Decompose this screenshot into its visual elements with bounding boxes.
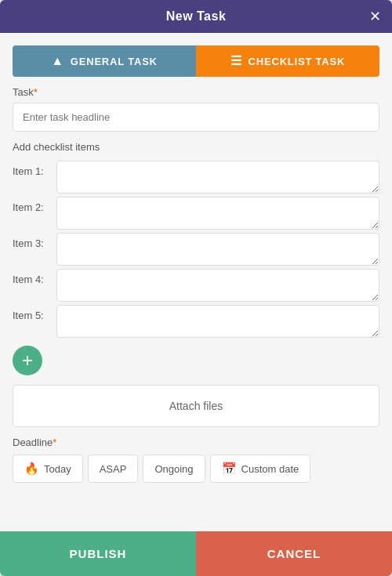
checklist-task-icon: ☰: [230, 55, 242, 67]
modal-title: New Task: [166, 9, 227, 24]
checklist-task-label: CHECKLIST TASK: [249, 56, 346, 67]
task-field-section: Task*: [13, 86, 379, 132]
modal-header: New Task ✕: [0, 0, 392, 33]
close-button[interactable]: ✕: [369, 9, 381, 24]
checklist-item-5-input[interactable]: [56, 305, 379, 338]
general-task-label: GENERAL TASK: [71, 56, 158, 67]
checklist-item-4-input[interactable]: [56, 269, 379, 302]
checklist-item-5: Item 5:: [13, 305, 379, 338]
checklist-item-4-label: Item 4:: [13, 269, 50, 285]
deadline-options: 🔥 Today ASAP Ongoing 📅 Custom date: [13, 455, 379, 483]
checklist-section: Add checklist items Item 1: Item 2: Item…: [13, 141, 379, 375]
deadline-section: Deadline* 🔥 Today ASAP Ongoing 📅 Custom …: [13, 437, 379, 483]
attach-files-button[interactable]: Attach files: [13, 385, 379, 427]
checklist-item-1-input[interactable]: [56, 161, 379, 194]
deadline-ongoing-button[interactable]: Ongoing: [143, 455, 205, 483]
checklist-section-label: Add checklist items: [13, 141, 379, 153]
checklist-item-2-input[interactable]: [56, 197, 379, 230]
publish-button[interactable]: PUBLISH: [0, 531, 196, 576]
checklist-item-1: Item 1:: [13, 161, 379, 194]
task-field-label: Task*: [13, 86, 379, 98]
deadline-asap-button[interactable]: ASAP: [88, 455, 139, 483]
checklist-task-tab[interactable]: ☰ CHECKLIST TASK: [196, 45, 379, 77]
checklist-item-2: Item 2:: [13, 197, 379, 230]
checklist-item-3: Item 3:: [13, 233, 379, 266]
deadline-today-button[interactable]: 🔥 Today: [13, 455, 83, 483]
modal-body: ▲ GENERAL TASK ☰ CHECKLIST TASK Task* Ad…: [0, 33, 392, 531]
checklist-item-1-label: Item 1:: [13, 161, 50, 177]
deadline-custom-button[interactable]: 📅 Custom date: [210, 455, 311, 483]
task-headline-input[interactable]: [13, 103, 379, 132]
tab-row: ▲ GENERAL TASK ☰ CHECKLIST TASK: [13, 45, 379, 77]
checklist-item-3-input[interactable]: [56, 233, 379, 266]
checklist-item-5-label: Item 5:: [13, 305, 50, 321]
general-task-icon: ▲: [51, 55, 64, 67]
deadline-label: Deadline*: [13, 437, 379, 448]
checklist-item-2-label: Item 2:: [13, 197, 50, 213]
fire-icon: 🔥: [24, 462, 39, 476]
add-checklist-item-button[interactable]: +: [13, 346, 42, 375]
footer-buttons: PUBLISH CANCEL: [0, 531, 392, 576]
general-task-tab[interactable]: ▲ GENERAL TASK: [13, 45, 196, 77]
cancel-button[interactable]: CANCEL: [196, 531, 392, 576]
new-task-modal: New Task ✕ ▲ GENERAL TASK ☰ CHECKLIST TA…: [0, 0, 392, 576]
calendar-icon: 📅: [222, 462, 237, 476]
checklist-item-4: Item 4:: [13, 269, 379, 302]
checklist-item-3-label: Item 3:: [13, 233, 50, 249]
